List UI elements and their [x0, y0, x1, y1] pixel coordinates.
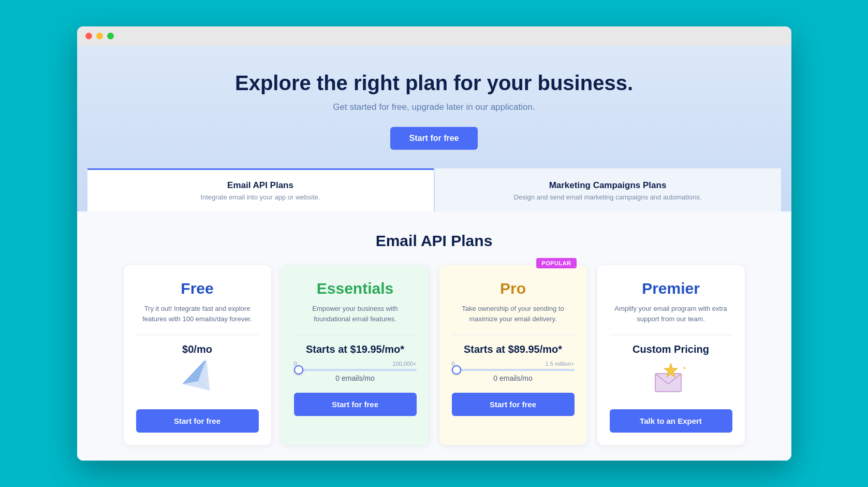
hero-cta-button[interactable]: Start for free: [390, 127, 477, 150]
hero-section: Explore the right plan for your business…: [77, 46, 791, 211]
plan-desc-premier: Amplify your email program with extra su…: [610, 304, 732, 324]
slider-labels-essentials: 0 100,000+: [294, 361, 417, 367]
plan-cta-essentials[interactable]: Start for free: [294, 393, 417, 416]
hero-subtitle: Get started for free, upgrade later in o…: [87, 102, 781, 112]
svg-text:✦: ✦: [682, 365, 686, 371]
titlebar: [77, 26, 791, 46]
close-dot[interactable]: [85, 33, 92, 39]
slider-essentials: 0 100,000+: [294, 361, 417, 371]
tab-email-api-desc: Integrate email into your app or website…: [96, 193, 425, 201]
plan-divider-premier: [610, 335, 732, 335]
plan-price-premier: Custom Pricing: [610, 343, 732, 355]
emails-label-essentials: 0 emails/mo: [294, 374, 417, 382]
minimize-dot[interactable]: [96, 33, 103, 39]
plan-card-free: Free Try it out! Integrate fast and expl…: [124, 265, 271, 445]
slider-max-pro: 1.5 million+: [546, 361, 575, 367]
emails-label-pro: 0 emails/mo: [452, 374, 575, 382]
tab-email-api[interactable]: Email API Plans Integrate email into you…: [87, 168, 434, 211]
slider-pro: 0 1.5 million+: [452, 361, 575, 371]
tab-marketing-desc: Design and send email marketing campaign…: [443, 193, 773, 201]
plan-icon-free: [136, 361, 259, 399]
plan-card-premier: Premier Amplify your email program with …: [597, 265, 745, 445]
app-window: Explore the right plan for your business…: [77, 26, 791, 461]
plan-desc-free: Try it out! Integrate fast and explore f…: [136, 304, 259, 324]
plan-icon-premier: ✦ ✦: [610, 361, 732, 399]
svg-text:✦: ✦: [680, 374, 683, 378]
slider-labels-pro: 0 1.5 million+: [452, 361, 575, 367]
slider-track-essentials: [294, 369, 417, 371]
slider-track-pro: [452, 369, 575, 371]
plan-name-premier: Premier: [610, 280, 732, 297]
plan-card-pro: POPULAR Pro Take ownership of your sendi…: [439, 265, 587, 445]
slider-thumb-pro[interactable]: [452, 365, 461, 375]
plan-price-pro: Starts at $89.95/mo*: [452, 343, 575, 355]
plan-desc-pro: Take ownership of your sending to maximi…: [452, 304, 575, 324]
plan-price-essentials: Starts at $19.95/mo*: [294, 343, 417, 355]
plan-name-pro: Pro: [452, 280, 575, 297]
plans-heading: Email API Plans: [93, 232, 776, 250]
slider-max-essentials: 100,000+: [392, 361, 416, 367]
popular-badge: POPULAR: [536, 258, 576, 268]
hero-title: Explore the right plan for your business…: [87, 71, 781, 95]
tab-marketing[interactable]: Marketing Campaigns Plans Design and sen…: [435, 168, 781, 211]
plan-name-free: Free: [136, 280, 259, 297]
plan-divider-essentials: [294, 335, 417, 335]
plans-grid: Free Try it out! Integrate fast and expl…: [124, 265, 745, 445]
plan-name-essentials: Essentials: [294, 280, 417, 297]
plan-desc-essentials: Empower your business with foundational …: [294, 304, 417, 324]
plan-cta-pro[interactable]: Start for free: [452, 393, 575, 416]
tab-email-api-title: Email API Plans: [96, 180, 425, 191]
slider-thumb-essentials[interactable]: [294, 365, 303, 375]
tab-marketing-title: Marketing Campaigns Plans: [443, 180, 773, 191]
plan-divider-pro: [452, 335, 575, 335]
plan-tabs: Email API Plans Integrate email into you…: [87, 168, 781, 211]
plan-cta-premier[interactable]: Talk to an Expert: [610, 409, 732, 433]
plan-price-free: $0/mo: [136, 343, 259, 355]
plans-section: Email API Plans Free Try it out! Integra…: [77, 211, 791, 461]
plan-divider-free: [136, 335, 259, 335]
maximize-dot[interactable]: [107, 33, 114, 39]
plan-card-essentials: Essentials Empower your business with fo…: [282, 265, 429, 445]
plan-cta-free[interactable]: Start for free: [136, 409, 259, 433]
